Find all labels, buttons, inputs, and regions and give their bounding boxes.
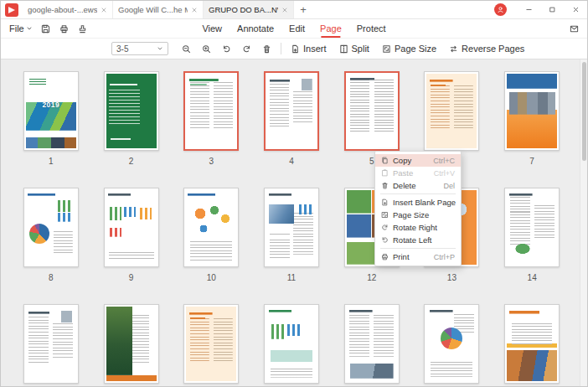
context-menu-item-page-size[interactable]: Page Size [375, 209, 461, 221]
button-label: Page Size [395, 44, 436, 54]
context-menu-item-rotate-left[interactable]: Rotate Left [375, 234, 461, 246]
context-menu-item-copy[interactable]: CopyCtrl+C [375, 154, 461, 167]
menu-edit[interactable]: Edit [289, 22, 305, 35]
print-button[interactable] [59, 24, 69, 34]
page-art [507, 307, 557, 381]
split-icon [339, 44, 348, 54]
rotate-right-icon [381, 224, 389, 231]
page-cell: 15 [11, 304, 91, 386]
menu-item-label: Delete [393, 181, 439, 190]
page-thumbnail-16[interactable] [104, 304, 159, 384]
split-button[interactable]: Split [339, 44, 369, 54]
chevron-down-icon [26, 25, 33, 32]
menu-item-shortcut: Ctrl+P [434, 253, 455, 261]
page-number: 12 [367, 273, 376, 282]
titlebar-spacer [312, 1, 494, 18]
page-number: 10 [207, 273, 216, 282]
zoom-out-button[interactable] [182, 44, 191, 54]
page-art [106, 190, 157, 265]
context-menu-item-insert-blank-page[interactable]: Insert Blank Page [375, 196, 461, 209]
context-menu-item-delete[interactable]: DeleteDel [375, 179, 461, 192]
menu-view[interactable]: View [202, 22, 222, 35]
quick-access-toolbar [41, 24, 87, 34]
page-art [106, 307, 157, 381]
menu-annotate[interactable]: Annotate [237, 22, 274, 35]
menu-separator [380, 194, 456, 194]
page-cell: 20 [412, 304, 493, 386]
trash-button[interactable] [262, 44, 271, 54]
page-thumbnail-8[interactable] [23, 188, 79, 267]
context-menu-item-rotate-right[interactable]: Rotate Right [375, 221, 461, 234]
page-thumbnail-9[interactable] [104, 188, 159, 267]
minimize-button[interactable] [517, 1, 540, 18]
copy-icon [381, 157, 389, 164]
close-icon [572, 6, 580, 13]
button-label: Split [352, 44, 369, 54]
trash-icon [262, 44, 271, 54]
tab-close-icon[interactable] [101, 7, 107, 13]
user-avatar[interactable] [494, 3, 507, 16]
new-tab-button[interactable]: + [294, 1, 312, 18]
page-thumbnail-20[interactable] [424, 304, 479, 384]
zoom-in-button[interactable] [202, 44, 211, 54]
page-thumbnail-5[interactable] [344, 71, 400, 151]
page-range-select[interactable]: 3-5 [111, 42, 168, 55]
zoom-in-icon [202, 44, 211, 54]
app-window: google-about-...ews-AI-Mode *Google Will… [0, 0, 588, 387]
document-tab-3[interactable]: GRUPO DO BA...NVOLVIMENTO [204, 1, 294, 18]
page-size-button[interactable]: Page Size [382, 44, 436, 54]
page-thumbnail-18[interactable] [264, 304, 319, 384]
paste-icon [381, 169, 389, 177]
tab-close-icon[interactable] [191, 7, 198, 13]
page-thumbnail-15[interactable] [23, 304, 79, 384]
maximize-button[interactable] [540, 1, 564, 18]
print-icon [381, 253, 389, 261]
toolbar-label-group: InsertSplitPage SizeReverse Pages [291, 44, 524, 54]
save-button[interactable] [41, 24, 50, 34]
menu-protect[interactable]: Protect [357, 22, 386, 35]
tab-close-icon[interactable] [281, 7, 288, 13]
insert-button[interactable]: Insert [291, 44, 327, 54]
page-thumbnail-2[interactable] [104, 71, 159, 151]
page-thumbnail-3[interactable] [183, 71, 239, 151]
page-thumbnail-19[interactable] [344, 304, 400, 384]
page-art [266, 190, 317, 265]
page-thumbnail-4[interactable] [264, 71, 319, 151]
page-thumbnail-10[interactable] [183, 188, 239, 267]
menu-item-label: Paste [393, 168, 430, 178]
feedback-button[interactable] [570, 24, 579, 34]
menu-page[interactable]: Page [320, 22, 342, 35]
page-thumbnail-14[interactable] [504, 188, 560, 267]
scrollbar-thumb[interactable] [582, 62, 586, 161]
document-tab-1[interactable]: google-about-...ews-AI-Mode * [23, 1, 113, 18]
page-art [507, 190, 557, 265]
page-number: 4 [289, 157, 294, 166]
page-art [426, 307, 477, 381]
page-thumbnail-11[interactable] [264, 188, 319, 267]
page-art [187, 75, 235, 147]
page-thumbnail-1[interactable]: 2019 [23, 71, 79, 151]
page-number: 5 [369, 157, 374, 166]
page-cell: 14 [492, 188, 572, 304]
file-menu-button[interactable]: File [9, 23, 33, 34]
page-cell: 3 [171, 71, 251, 188]
vertical-scrollbar[interactable] [580, 59, 587, 386]
tab-label: google-about-...ews-AI-Mode * [28, 5, 97, 14]
menu-item-label: Insert Blank Page [393, 198, 456, 207]
page-thumbnail-21[interactable] [504, 304, 560, 384]
page-toolbar: 3-5 InsertSplitPage SizeReverse Pages [1, 39, 587, 59]
page-thumbnail-6[interactable] [424, 71, 479, 151]
tab-label: GRUPO DO BA...NVOLVIMENTO [209, 5, 278, 14]
page-cell: 16 [91, 304, 172, 386]
rotate-left-button[interactable] [222, 44, 231, 54]
page-thumbnail-17[interactable] [183, 304, 239, 384]
rotate-left-icon [222, 44, 231, 54]
stamp-button[interactable] [78, 24, 87, 34]
rotate-right-button[interactable] [242, 44, 251, 54]
document-tab-2[interactable]: Google Will C...he March Core [113, 1, 204, 18]
reverse-pages-button[interactable]: Reverse Pages [449, 44, 524, 54]
page-thumbnail-7[interactable] [504, 71, 560, 151]
close-button[interactable] [564, 1, 587, 18]
menu-item-label: Rotate Left [393, 235, 455, 245]
context-menu-item-print[interactable]: PrintCtrl+P [375, 250, 461, 263]
